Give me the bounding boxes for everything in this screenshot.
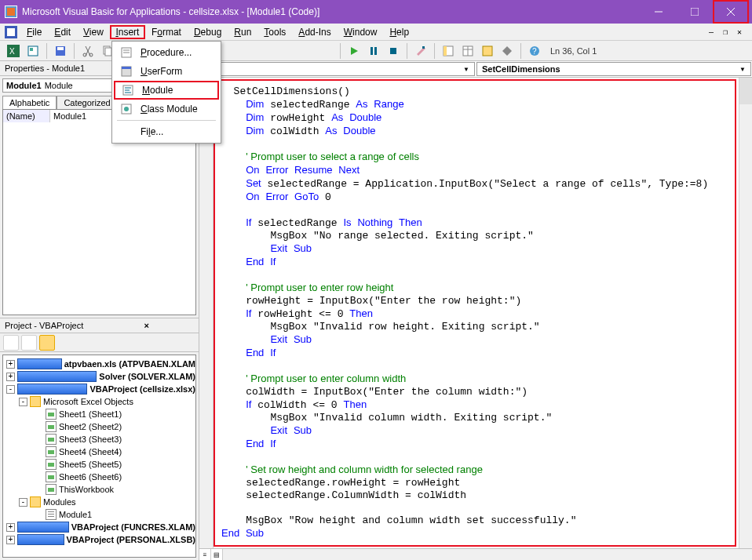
vba-app-icon (5, 5, 17, 18)
horizontal-scrollbar[interactable] (223, 549, 752, 560)
doc-restore-button[interactable]: ❐ (719, 27, 732, 38)
svg-text:?: ? (532, 47, 537, 56)
tree-node[interactable]: ThisWorkbook (3, 483, 195, 496)
window-title: Microsoft Visual Basic for Applications … (22, 6, 641, 17)
design-mode-icon[interactable] (412, 42, 429, 60)
break-icon[interactable] (365, 42, 382, 60)
svg-text:X: X (9, 47, 15, 56)
svg-rect-8 (7, 28, 15, 36)
tree-node[interactable]: +VBAProject (PERSONAL.XLSB) (3, 533, 195, 546)
properties-tab-categorized[interactable]: Categorized (57, 96, 117, 109)
tree-node[interactable]: -VBAProject (cellsize.xlsx) (3, 383, 195, 395)
document-sys-icon[interactable] (5, 26, 17, 38)
project-explorer-title: Project - VBAProject (5, 321, 100, 330)
tree-node[interactable]: Sheet3 (Sheet3) (3, 433, 195, 445)
chevron-down-icon: ▼ (739, 66, 746, 73)
tree-node[interactable]: -Microsoft Excel Objects (3, 395, 195, 408)
toggle-folders-icon[interactable] (39, 335, 55, 351)
svg-rect-22 (371, 47, 373, 55)
code-editor[interactable]: SetCellDimensions() Dim selectedRange As… (214, 79, 736, 547)
insert-class-module[interactable]: Class Module (114, 100, 219, 118)
svg-rect-18 (105, 48, 111, 56)
svg-rect-31 (483, 46, 492, 56)
svg-marker-21 (351, 47, 358, 55)
tree-node[interactable]: Sheet6 (Sheet6) (3, 471, 195, 483)
reset-icon[interactable] (385, 42, 402, 60)
vertical-scrollbar[interactable] (739, 78, 752, 548)
insert-module-icon[interactable] (24, 42, 42, 60)
menubar: File Edit View Insert Format Debug Run T… (0, 24, 752, 41)
svg-point-44 (124, 107, 129, 111)
svg-rect-14 (57, 47, 64, 50)
tree-node[interactable]: Sheet4 (Sheet4) (3, 445, 195, 458)
project-explorer-close-icon[interactable]: × (100, 321, 195, 330)
svg-rect-27 (444, 46, 447, 56)
procedure-icon (119, 45, 134, 60)
properties-title: Properties - Module1 (5, 64, 100, 73)
svg-rect-23 (374, 47, 377, 55)
property-name: (Name) (3, 110, 50, 122)
insert-dropdown-menu: Procedure... UserForm Module Class Modul… (111, 41, 221, 144)
tree-node[interactable]: +Solver (SOLVER.XLAM) (3, 370, 195, 383)
userform-icon (119, 64, 134, 78)
menu-edit[interactable]: Edit (48, 25, 77, 39)
code-margin (199, 78, 214, 548)
full-module-view-icon[interactable]: ▤ (211, 549, 223, 560)
menu-view[interactable]: View (77, 25, 110, 39)
insert-procedure[interactable]: Procedure... (114, 43, 219, 62)
svg-rect-2 (7, 8, 15, 16)
cut-icon[interactable] (79, 42, 97, 60)
menu-window[interactable]: Window (338, 25, 384, 39)
code-window: al) ▼ SetCellDimensions ▼ SetCellDimensi… (199, 61, 752, 560)
insert-file[interactable]: File... (114, 122, 219, 141)
menu-debug[interactable]: Debug (188, 25, 228, 39)
insert-userform[interactable]: UserForm (114, 62, 219, 81)
close-button[interactable] (713, 0, 749, 24)
maximize-button[interactable] (677, 0, 713, 24)
properties-tab-alphabetic[interactable]: Alphabetic (2, 96, 57, 109)
project-tree[interactable]: +atpvbaen.xls (ATPVBAEN.XLAM+Solver (SOL… (2, 355, 196, 558)
chevron-down-icon: ▼ (463, 66, 469, 73)
tree-node[interactable]: Sheet1 (Sheet1) (3, 408, 195, 420)
titlebar: Microsoft Visual Basic for Applications … (0, 0, 752, 24)
view-excel-icon[interactable]: X (5, 42, 22, 60)
svg-rect-24 (390, 48, 396, 54)
toolbox-icon[interactable] (498, 42, 516, 60)
class-module-icon (119, 102, 134, 116)
doc-close-button[interactable]: ✕ (733, 27, 746, 38)
insert-module[interactable]: Module (114, 81, 219, 100)
menu-format[interactable]: Format (145, 25, 188, 39)
svg-rect-38 (122, 67, 131, 69)
project-explorer-icon[interactable] (440, 42, 457, 60)
help-icon[interactable]: ? (526, 42, 543, 60)
menu-help[interactable]: Help (383, 25, 415, 39)
view-code-icon[interactable] (3, 335, 19, 351)
project-explorer-panel: Project - VBAProject × +atpvbaen.xls (AT… (0, 318, 199, 560)
tree-node[interactable]: Sheet2 (Sheet2) (3, 420, 195, 433)
svg-rect-4 (691, 8, 699, 16)
tree-node[interactable]: -Modules (3, 496, 195, 508)
module-icon (120, 83, 136, 97)
menu-run[interactable]: Run (228, 25, 257, 39)
menu-tools[interactable]: Tools (257, 25, 292, 39)
cursor-position: Ln 36, Col 1 (546, 46, 747, 56)
object-dropdown[interactable]: al) ▼ (200, 62, 475, 76)
minimize-button[interactable] (641, 0, 677, 24)
run-icon[interactable] (345, 42, 363, 60)
view-object-icon[interactable] (21, 335, 37, 351)
menu-insert[interactable]: Insert (110, 25, 145, 39)
doc-minimize-button[interactable]: — (705, 27, 717, 38)
svg-rect-25 (422, 46, 425, 49)
tree-node[interactable]: Sheet5 (Sheet5) (3, 458, 195, 471)
save-icon[interactable] (52, 42, 69, 60)
procedure-view-icon[interactable]: ≡ (199, 549, 211, 560)
object-browser-icon[interactable] (479, 42, 496, 60)
menu-addins[interactable]: Add-Ins (292, 25, 337, 39)
menu-file[interactable]: File (20, 25, 48, 39)
tree-node[interactable]: +VBAProject (FUNCRES.XLAM) (3, 521, 195, 533)
svg-rect-12 (30, 48, 33, 51)
tree-node[interactable]: +atpvbaen.xls (ATPVBAEN.XLAM (3, 358, 195, 370)
procedure-dropdown[interactable]: SetCellDimensions ▼ (476, 62, 751, 76)
tree-node[interactable]: Module1 (3, 508, 195, 521)
properties-window-icon[interactable] (459, 42, 476, 60)
